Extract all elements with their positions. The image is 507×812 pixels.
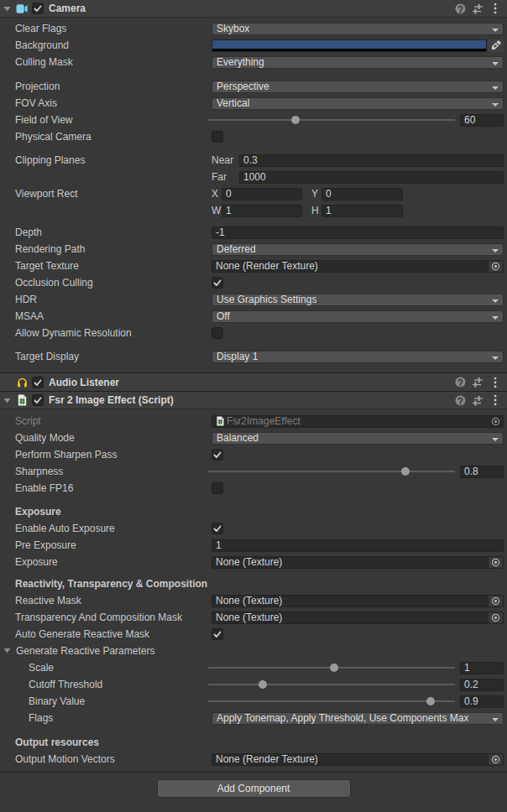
target-texture-object-field[interactable]: None (Render Texture) <box>212 260 504 273</box>
row-rendering-path: Rendering Path Deferred <box>0 241 507 258</box>
fsr-foldout-icon[interactable] <box>0 398 11 403</box>
projection-dropdown[interactable]: Perspective <box>212 81 504 93</box>
fov-axis-dropdown[interactable]: Vertical <box>212 97 504 110</box>
script-object-field: Fsr2ImageEffect <box>212 415 504 428</box>
row-clipping-far: Far 1000 <box>0 169 507 185</box>
camera-enabled-checkbox[interactable] <box>32 3 44 14</box>
object-picker-icon[interactable] <box>488 596 503 606</box>
object-picker-icon[interactable] <box>488 416 503 427</box>
sharpness-slider[interactable] <box>208 466 455 477</box>
exposure-object-field[interactable]: None (Texture) <box>212 556 504 569</box>
generate-reactive-parameters-foldout[interactable]: Generate Reactive Parameters <box>0 645 212 657</box>
audio-listener-title: Audio Listener <box>49 377 119 388</box>
eyedropper-button[interactable] <box>488 39 504 52</box>
slider-handle[interactable] <box>401 467 410 476</box>
row-viewport-xy: Viewport Rect X 0 Y 0 <box>0 185 507 202</box>
object-picker-icon[interactable] <box>488 261 503 272</box>
cutoff-threshold-value[interactable]: 0.2 <box>460 679 504 691</box>
enable-fp16-checkbox[interactable] <box>212 482 223 494</box>
binary-value-value[interactable]: 0.9 <box>460 695 504 708</box>
slider-handle[interactable] <box>291 116 300 124</box>
object-picker-icon[interactable] <box>488 612 503 623</box>
object-picker-icon[interactable] <box>488 557 503 568</box>
binary-value-label: Binary Value <box>0 695 212 707</box>
msaa-dropdown[interactable]: Off <box>212 310 504 323</box>
component-audio-listener: Audio Listener <box>0 372 507 391</box>
add-component-button[interactable]: Add Component <box>157 779 351 798</box>
physical-camera-checkbox[interactable] <box>212 131 223 143</box>
more-menu-icon[interactable] <box>489 3 501 14</box>
object-picker-icon[interactable] <box>488 754 503 765</box>
rendering-path-label: Rendering Path <box>0 243 212 255</box>
pre-exposure-field[interactable]: 1 <box>212 539 504 552</box>
more-menu-icon[interactable] <box>489 377 501 388</box>
transparency-mask-object-field[interactable]: None (Texture) <box>212 612 504 624</box>
culling-mask-dropdown[interactable]: Everything <box>212 56 504 69</box>
viewport-x-field[interactable]: 0 <box>222 188 302 200</box>
depth-field[interactable]: -1 <box>212 226 504 239</box>
viewport-w-field[interactable]: 1 <box>222 205 302 217</box>
target-display-dropdown[interactable]: Display 1 <box>212 351 504 363</box>
script-label: Script <box>0 415 212 427</box>
rendering-path-dropdown[interactable]: Deferred <box>212 243 504 256</box>
audio-listener-header[interactable]: Audio Listener <box>0 373 507 391</box>
reactive-mask-object-field[interactable]: None (Texture) <box>212 595 504 607</box>
scale-slider[interactable] <box>208 662 455 674</box>
slider-handle[interactable] <box>426 697 435 705</box>
flags-dropdown[interactable]: Apply Tonemap, Apply Threshold, Use Comp… <box>212 712 504 725</box>
presets-icon[interactable] <box>472 394 483 406</box>
cutoff-threshold-slider[interactable] <box>208 679 455 690</box>
perform-sharpen-pass-checkbox[interactable] <box>212 449 223 461</box>
help-icon[interactable] <box>454 3 466 14</box>
chevron-down-icon <box>492 316 499 320</box>
help-icon[interactable] <box>454 394 466 406</box>
row-msaa: MSAA Off <box>0 308 507 325</box>
audio-listener-enabled-checkbox[interactable] <box>32 377 44 388</box>
projection-value: Perspective <box>217 81 269 92</box>
row-reactivity-header: Reactivity, Transparency & Composition <box>0 575 507 592</box>
exposure-value: None (Texture) <box>216 557 282 568</box>
background-color-field[interactable] <box>212 39 487 52</box>
more-menu-icon[interactable] <box>489 394 501 406</box>
camera-header[interactable]: Camera <box>0 0 507 18</box>
row-exposure-header: Exposure <box>0 503 507 520</box>
enable-auto-exposure-checkbox[interactable] <box>212 523 223 534</box>
viewport-y-field[interactable]: 0 <box>321 188 403 200</box>
row-target-texture: Target Texture None (Render Texture) <box>0 258 507 274</box>
hdr-dropdown[interactable]: Use Graphics Settings <box>212 294 504 306</box>
viewport-h-field[interactable]: 1 <box>321 205 403 217</box>
field-of-view-slider[interactable] <box>208 114 455 126</box>
camera-foldout-icon[interactable] <box>0 6 11 12</box>
occlusion-culling-checkbox[interactable] <box>212 277 223 289</box>
slider-track <box>208 119 455 121</box>
quality-mode-dropdown[interactable]: Balanced <box>212 432 504 445</box>
slider-handle[interactable] <box>330 664 338 672</box>
fsr-header[interactable]: Fsr 2 Image Effect (Script) <box>0 392 507 409</box>
clipping-planes-label: Clipping Planes <box>0 154 212 166</box>
near-field[interactable]: 0.3 <box>239 154 504 167</box>
row-exposure: Exposure None (Texture) <box>0 554 507 570</box>
chevron-down-icon <box>492 299 499 303</box>
exposure-section-header: Exposure <box>0 506 61 518</box>
fov-axis-value: Vertical <box>217 98 249 109</box>
field-of-view-value[interactable]: 60 <box>460 114 504 127</box>
fsr-enabled-checkbox[interactable] <box>32 394 44 406</box>
clear-flags-dropdown[interactable]: Skybox <box>212 23 504 35</box>
presets-icon[interactable] <box>472 377 483 388</box>
row-perform-sharpen-pass: Perform Sharpen Pass <box>0 446 507 463</box>
presets-icon[interactable] <box>472 3 483 14</box>
output-motion-vectors-object-field[interactable]: None (Render Texture) <box>212 753 504 766</box>
row-cutoff-threshold: Cutoff Threshold 0.2 <box>0 676 507 693</box>
allow-dynamic-resolution-checkbox[interactable] <box>212 327 223 339</box>
sharpness-value[interactable]: 0.8 <box>460 466 504 478</box>
scale-value[interactable]: 1 <box>460 662 504 674</box>
depth-label: Depth <box>0 226 212 238</box>
far-field[interactable]: 1000 <box>239 171 504 184</box>
help-icon[interactable] <box>454 377 466 388</box>
binary-value-slider[interactable] <box>208 695 455 707</box>
slider-handle[interactable] <box>259 680 267 689</box>
auto-generate-reactive-mask-checkbox[interactable] <box>212 628 223 640</box>
scale-label: Scale <box>0 662 212 674</box>
output-motion-vectors-label: Output Motion Vectors <box>0 753 212 765</box>
output-resources-section-header: Output resources <box>0 737 99 748</box>
